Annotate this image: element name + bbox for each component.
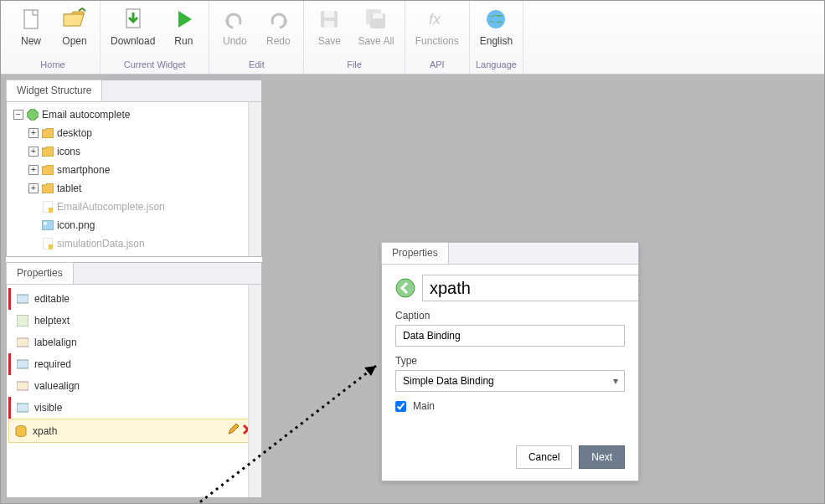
functions-button[interactable]: fx Functions: [409, 3, 466, 50]
main-checkbox[interactable]: [395, 401, 406, 412]
new-file-icon: [18, 6, 44, 33]
property-icon: [16, 379, 29, 393]
ribbon-group-api: fx Functions API: [405, 1, 470, 74]
open-button[interactable]: Open: [53, 3, 96, 50]
file-label: EmailAutocomplete.json: [57, 201, 165, 213]
expand-icon[interactable]: +: [28, 183, 39, 193]
file-label: simulationData.json: [57, 238, 145, 249]
folder-label: tablet: [57, 183, 81, 194]
properties-dialog: Properties Caption Type ▾: [381, 242, 639, 481]
back-button[interactable]: [395, 277, 415, 299]
svg-rect-10: [27, 109, 39, 121]
redo-label: Redo: [266, 35, 291, 47]
caption-label: Caption: [395, 310, 625, 321]
open-folder-icon: [61, 6, 88, 33]
property-name-input[interactable]: [422, 275, 638, 301]
run-icon: [170, 6, 197, 33]
ribbon-group-current-widget: Download Run Current Widget: [101, 1, 209, 74]
run-button[interactable]: Run: [162, 3, 205, 50]
svg-text:fx: fx: [429, 11, 441, 28]
tree-folder-desktop[interactable]: + desktop: [27, 124, 260, 142]
svg-point-25: [396, 279, 415, 297]
expand-icon[interactable]: +: [28, 147, 39, 157]
property-icon: [16, 357, 29, 371]
tree-root-label: Email autocomplete: [42, 109, 130, 121]
prop-label: labelalign: [34, 337, 77, 348]
widget-tree: − Email autocomplete + desktop +: [8, 105, 260, 253]
prop-label: editable: [34, 293, 70, 305]
folder-icon: [41, 182, 54, 195]
cancel-button[interactable]: Cancel: [516, 445, 572, 469]
prop-editable[interactable]: editable: [8, 288, 260, 310]
json-file-icon: [41, 200, 54, 213]
new-label: New: [21, 35, 41, 47]
widget-structure-tab[interactable]: Widget Structure: [6, 80, 102, 101]
group-label-file: File: [347, 59, 362, 72]
redo-button[interactable]: Redo: [256, 3, 300, 50]
tree-file-png[interactable]: icon.png: [27, 216, 260, 234]
svg-rect-7: [373, 13, 383, 18]
properties-tab[interactable]: Properties: [6, 262, 74, 284]
main-label: Main: [413, 400, 435, 412]
tree-file-json2[interactable]: simulationData.json: [27, 234, 260, 253]
run-label: Run: [174, 35, 193, 47]
widget-icon: [26, 108, 39, 121]
expand-icon[interactable]: +: [28, 165, 39, 175]
download-button[interactable]: Download: [104, 3, 162, 50]
tree-folder-smartphone[interactable]: + smartphone: [27, 161, 260, 179]
collapse-icon[interactable]: −: [13, 110, 23, 120]
properties-panel: Properties editable helptext labelalign: [6, 262, 262, 498]
download-label: Download: [111, 35, 155, 47]
saveall-label: Save All: [358, 35, 394, 47]
folder-label: smartphone: [57, 164, 110, 176]
prop-label: required: [34, 358, 71, 370]
property-icon: [16, 336, 29, 349]
new-button[interactable]: New: [9, 3, 53, 50]
language-button[interactable]: English: [473, 3, 519, 50]
prop-xpath[interactable]: xpath: [8, 419, 260, 443]
prop-labelalign[interactable]: labelalign: [8, 332, 260, 353]
side-panels: Widget Structure − Email autocomplete + …: [6, 80, 262, 498]
dialog-tab[interactable]: Properties: [381, 242, 449, 264]
svg-rect-16: [49, 244, 53, 249]
workspace: Widget Structure − Email autocomplete + …: [1, 75, 824, 503]
image-file-icon: [41, 219, 54, 232]
group-label-lang: Language: [476, 59, 517, 72]
property-list: editable helptext labelalign required: [8, 288, 260, 443]
edit-icon[interactable]: [227, 424, 239, 438]
svg-point-14: [44, 222, 47, 225]
expand-icon[interactable]: +: [28, 128, 39, 138]
svg-rect-18: [17, 315, 28, 327]
download-icon: [120, 6, 147, 33]
prop-valuealign[interactable]: valuealign: [8, 375, 260, 397]
tree-folder-tablet[interactable]: + tablet: [27, 179, 260, 198]
property-icon: [16, 314, 29, 327]
tree-folder-icons[interactable]: + icons: [27, 142, 260, 161]
save-icon: [316, 6, 343, 33]
folder-label: desktop: [57, 127, 92, 139]
save-button[interactable]: Save: [307, 3, 351, 50]
scrollbar[interactable]: [248, 102, 261, 256]
svg-rect-20: [17, 360, 28, 368]
widget-structure-panel: Widget Structure − Email autocomplete + …: [6, 80, 262, 257]
file-label: icon.png: [57, 219, 95, 231]
next-button[interactable]: Next: [579, 445, 625, 469]
type-select[interactable]: [395, 370, 625, 392]
saveall-button[interactable]: Save All: [351, 3, 400, 50]
undo-label: Undo: [223, 35, 247, 47]
svg-rect-22: [17, 404, 28, 412]
prop-label: valuealign: [34, 380, 80, 392]
svg-rect-17: [17, 295, 28, 303]
property-icon: [16, 292, 29, 306]
ribbon-group-edit: Undo Redo Edit: [209, 1, 304, 74]
svg-rect-12: [49, 208, 53, 213]
prop-helptext[interactable]: helptext: [8, 310, 260, 332]
tree-root[interactable]: − Email autocomplete: [12, 105, 260, 124]
prop-visible[interactable]: visible: [8, 397, 260, 419]
save-label: Save: [318, 35, 341, 47]
scrollbar[interactable]: [248, 285, 261, 497]
caption-input[interactable]: [395, 325, 625, 347]
tree-file-json1[interactable]: EmailAutocomplete.json: [27, 198, 260, 216]
undo-button[interactable]: Undo: [213, 3, 256, 50]
prop-required[interactable]: required: [8, 353, 260, 375]
